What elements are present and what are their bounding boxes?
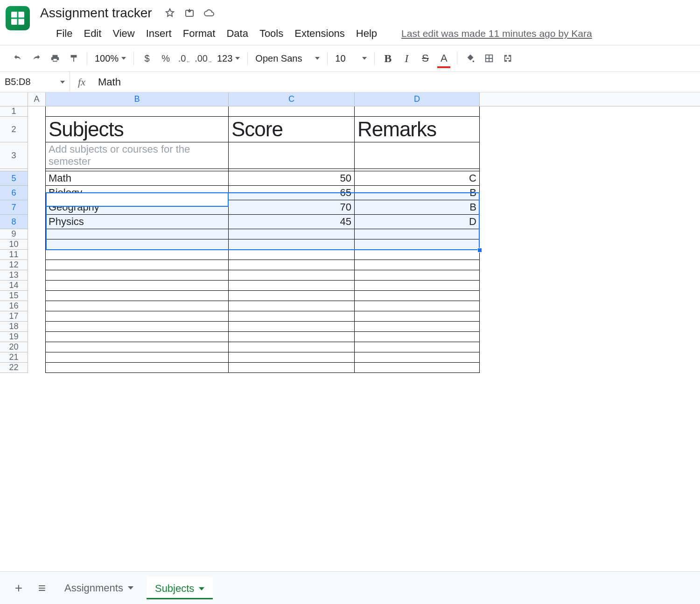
increase-decimal-button[interactable]: .00→: [195, 50, 212, 67]
name-box[interactable]: B5:D8: [0, 72, 70, 92]
cell[interactable]: [28, 171, 46, 186]
col-head-C[interactable]: C: [229, 92, 355, 106]
cell[interactable]: [480, 322, 700, 332]
cell[interactable]: [229, 301, 355, 311]
cell[interactable]: [28, 301, 46, 311]
col-head-D[interactable]: D: [355, 92, 480, 106]
row-head-10[interactable]: 10: [0, 239, 28, 250]
cell-score[interactable]: 65: [229, 186, 355, 200]
cell[interactable]: [28, 342, 46, 352]
cell-subject[interactable]: Math: [46, 171, 229, 186]
row-head-20[interactable]: 20: [0, 342, 28, 352]
document-title[interactable]: Assignment tracker: [37, 4, 155, 22]
row-head-3[interactable]: 3: [0, 142, 28, 169]
cell[interactable]: [480, 200, 700, 215]
hint-text[interactable]: Add subjects or courses for the semester: [46, 142, 229, 169]
strikethrough-button[interactable]: S: [417, 50, 434, 67]
cloud-status-icon[interactable]: [203, 7, 215, 19]
cell[interactable]: [28, 281, 46, 291]
last-edit-link[interactable]: Last edit was made 11 minutes ago by Kar…: [401, 28, 592, 39]
header-score[interactable]: Score: [229, 117, 355, 142]
row-head-9[interactable]: 9: [0, 229, 28, 239]
all-sheets-button[interactable]: ≡: [33, 579, 51, 597]
row-head-5[interactable]: 5: [0, 171, 28, 186]
cell[interactable]: [229, 229, 355, 239]
menu-format[interactable]: Format: [177, 26, 221, 42]
cell[interactable]: [480, 250, 700, 260]
cell[interactable]: [480, 311, 700, 322]
cell[interactable]: [480, 215, 700, 229]
cell[interactable]: [480, 106, 700, 117]
row-head-16[interactable]: 16: [0, 301, 28, 311]
select-all-corner[interactable]: [0, 92, 28, 106]
menu-extensions[interactable]: Extensions: [289, 26, 350, 42]
merge-cells-button[interactable]: [499, 50, 516, 67]
cell[interactable]: [28, 322, 46, 332]
percent-button[interactable]: %: [157, 50, 174, 67]
paint-format-button[interactable]: [65, 50, 82, 67]
cell[interactable]: [355, 363, 480, 373]
cell[interactable]: [229, 142, 355, 169]
cell[interactable]: [229, 270, 355, 281]
cell[interactable]: [28, 270, 46, 281]
cell[interactable]: [480, 270, 700, 281]
cell-subject[interactable]: Biology: [46, 186, 229, 200]
sheet-tab-subjects[interactable]: Subjects: [147, 576, 213, 599]
row-head-14[interactable]: 14: [0, 281, 28, 291]
cell[interactable]: [229, 260, 355, 270]
row-head-19[interactable]: 19: [0, 332, 28, 342]
cell[interactable]: [46, 311, 229, 322]
cell[interactable]: [355, 352, 480, 363]
cell[interactable]: [480, 239, 700, 250]
cell[interactable]: [355, 332, 480, 342]
fill-color-button[interactable]: [462, 50, 479, 67]
cell[interactable]: [480, 281, 700, 291]
cell[interactable]: [28, 352, 46, 363]
cell[interactable]: [46, 106, 229, 117]
star-icon[interactable]: [164, 7, 175, 19]
cell-remark[interactable]: C: [355, 171, 480, 186]
cell[interactable]: [46, 250, 229, 260]
row-head-21[interactable]: 21: [0, 352, 28, 363]
cell-remark[interactable]: B: [355, 186, 480, 200]
row-head-2[interactable]: 2: [0, 117, 28, 142]
chevron-down-icon[interactable]: [128, 586, 133, 590]
row-head-13[interactable]: 13: [0, 270, 28, 281]
cell[interactable]: [229, 352, 355, 363]
cell[interactable]: [46, 291, 229, 301]
cell[interactable]: [46, 229, 229, 239]
row-head-11[interactable]: 11: [0, 250, 28, 260]
cell[interactable]: [46, 342, 229, 352]
cell[interactable]: [28, 142, 46, 169]
bold-button[interactable]: B: [379, 50, 396, 67]
cell[interactable]: [480, 142, 700, 169]
cell-score[interactable]: 50: [229, 171, 355, 186]
font-select[interactable]: Open Sans: [252, 53, 322, 64]
row-head-18[interactable]: 18: [0, 322, 28, 332]
sheets-logo[interactable]: [6, 6, 30, 30]
menu-file[interactable]: File: [50, 26, 78, 42]
row-head-8[interactable]: 8: [0, 215, 28, 229]
cell[interactable]: [355, 322, 480, 332]
menu-insert[interactable]: Insert: [140, 26, 177, 42]
cell[interactable]: [46, 301, 229, 311]
cell[interactable]: [355, 291, 480, 301]
cell[interactable]: [355, 270, 480, 281]
cell[interactable]: [28, 200, 46, 215]
cell[interactable]: [480, 117, 700, 142]
sheet-tab-assignments[interactable]: Assignments: [56, 577, 142, 599]
redo-button[interactable]: [28, 50, 45, 67]
add-sheet-button[interactable]: +: [9, 579, 28, 597]
borders-button[interactable]: [481, 50, 497, 67]
row-head-7[interactable]: 7: [0, 200, 28, 215]
decrease-decimal-button[interactable]: .0←: [176, 50, 193, 67]
print-button[interactable]: [47, 50, 63, 67]
cell[interactable]: [28, 186, 46, 200]
cell[interactable]: [46, 239, 229, 250]
chevron-down-icon[interactable]: [199, 587, 204, 590]
row-head-15[interactable]: 15: [0, 291, 28, 301]
menu-tools[interactable]: Tools: [254, 26, 289, 42]
cell[interactable]: [355, 229, 480, 239]
cell[interactable]: [480, 342, 700, 352]
zoom-select[interactable]: 100%: [92, 53, 129, 64]
